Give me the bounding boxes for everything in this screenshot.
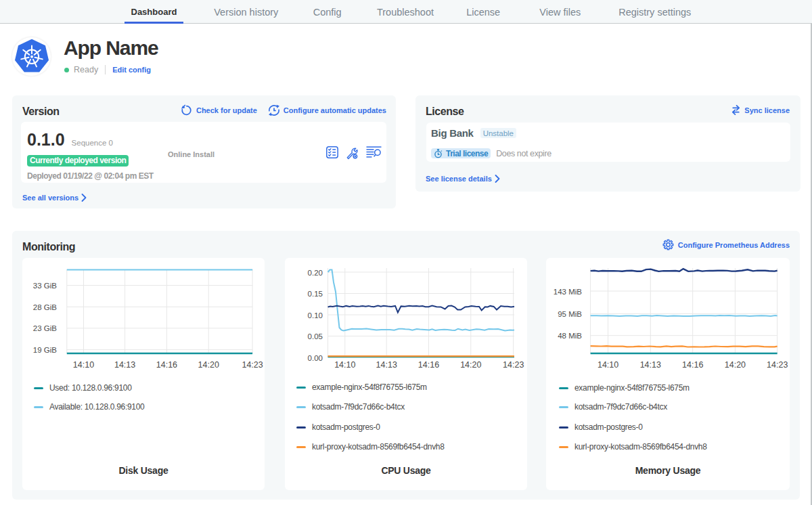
svg-text:14:10: 14:10: [597, 360, 618, 370]
svg-text:95 MiB: 95 MiB: [558, 310, 582, 318]
svg-text:14:23: 14:23: [503, 360, 524, 370]
svg-text:19 GiB: 19 GiB: [33, 346, 57, 354]
svg-text:0.15: 0.15: [308, 290, 323, 298]
svg-text:14:23: 14:23: [242, 360, 263, 370]
svg-text:143 MiB: 143 MiB: [554, 288, 583, 296]
svg-text:0.05: 0.05: [308, 332, 323, 341]
svg-text:14:13: 14:13: [640, 360, 661, 370]
svg-text:14:10: 14:10: [334, 360, 355, 370]
svg-text:28 GiB: 28 GiB: [33, 303, 57, 311]
svg-text:23 GiB: 23 GiB: [33, 324, 57, 332]
svg-text:14:20: 14:20: [725, 360, 746, 370]
svg-text:14:16: 14:16: [682, 360, 703, 370]
svg-text:14:23: 14:23: [767, 360, 788, 370]
svg-text:0.20: 0.20: [308, 269, 323, 277]
svg-text:0.10: 0.10: [308, 311, 323, 320]
svg-text:14:16: 14:16: [418, 360, 439, 370]
svg-text:48 MiB: 48 MiB: [558, 332, 582, 340]
svg-text:14:20: 14:20: [460, 360, 481, 370]
svg-text:14:13: 14:13: [376, 360, 397, 370]
svg-text:14:13: 14:13: [114, 360, 135, 370]
svg-text:14:10: 14:10: [73, 360, 94, 370]
svg-text:14:16: 14:16: [156, 360, 177, 370]
svg-text:33 GiB: 33 GiB: [33, 282, 57, 290]
svg-text:14:20: 14:20: [198, 360, 219, 370]
svg-text:0.00: 0.00: [308, 354, 323, 362]
